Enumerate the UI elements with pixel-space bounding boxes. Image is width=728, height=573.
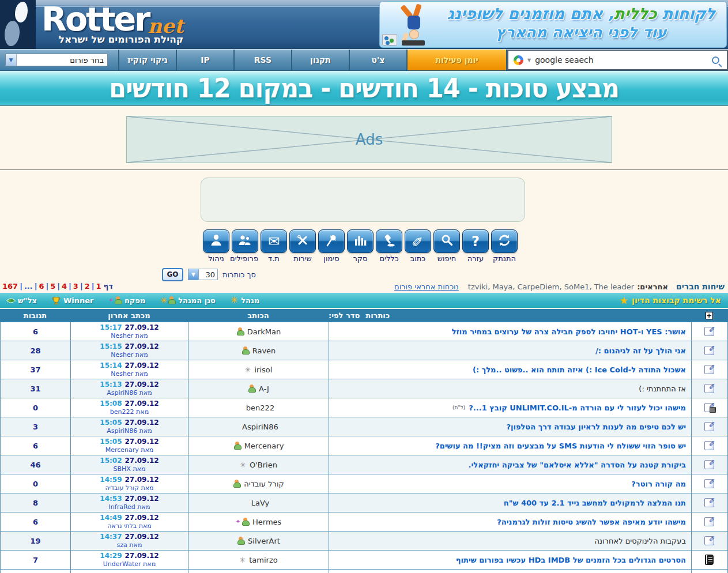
reply-action-cell[interactable] [691,455,726,474]
page-link[interactable]: 4 [62,282,67,291]
author-cell[interactable] [188,570,329,573]
page-link[interactable]: 6 [39,282,44,291]
last-message-author-link[interactable]: מאת sza [117,541,142,549]
author-name[interactable]: Hermes [252,518,281,526]
last-message-author-link[interactable]: מאת Mercenary [105,446,154,454]
thread-title-cell[interactable]: תנו המלצה לרמקולים למחשב נייד 2.1 עד 400… [329,493,691,512]
toolbar-button-magnifier[interactable] [433,229,460,253]
thread-title-cell[interactable]: אז התחתנתי :) [329,379,691,398]
author-cell[interactable]: LaVy [188,493,329,512]
thread-title-link[interactable]: הסרטים הגדולים בכל הזמנים של IMDB בHD עכ… [456,556,686,564]
author-cell[interactable]: ✳ O'Brien [188,455,329,474]
author-name[interactable]: Mercenary [244,442,284,450]
thread-title-link[interactable]: יש סופר הזוי ששולח לי הודעות SMS על מבצע… [435,442,686,450]
author-name[interactable]: O'Brien [250,461,277,469]
member-chats-link[interactable]: שיחות חברים [676,282,725,291]
nav-tab[interactable]: יומן פעילות [406,50,507,70]
promo-banner[interactable]: מבצע סוכות - 14 חודשים - במקום 12 חודשים [0,71,728,105]
per-page-select[interactable]: ▼ 30 [188,269,218,280]
toolbar-button-question[interactable]: ? [462,229,489,253]
page-link[interactable]: 3 [73,282,78,291]
last-message-author-link[interactable]: מאת ben222 [110,408,149,416]
author-cell[interactable]: Mercenary [188,436,329,455]
thread-title-cell[interactable]: מה קורה רוטר? [329,474,691,493]
author-cell[interactable]: AspiriN86 [188,417,329,436]
last-message-author-link[interactable]: מאת Nesher [111,351,148,359]
thread-title-link[interactable]: יש לכם טיפים מה לענות לראיון עבודה דרך ה… [506,423,686,431]
google-search-box[interactable]: ▼ [507,50,728,70]
toolbar-button-profiles[interactable] [232,229,258,253]
discussion-groups-link[interactable]: ★ אל רשימת קבוצות הדיון [620,295,721,306]
page-link[interactable]: 1 [96,282,101,291]
last-message-author-link[interactable]: מאת UnderWater [103,560,156,568]
reply-action-cell[interactable] [691,417,726,436]
author-name[interactable]: AspiriN86 [242,423,278,431]
reply-action-cell[interactable] [691,322,726,341]
thread-title-link[interactable]: בעקבות הלינוקסים לאחרונה [594,537,686,545]
moderator-presence-link[interactable]: נוכחות אחראי פורום [394,282,459,291]
chevron-down-icon[interactable]: ▼ [188,269,199,280]
author-cell[interactable]: ben222 [188,398,329,417]
thread-title-cell[interactable]: אושר: YES ו-HOT יחויבו לספק חבילה צרה של… [329,322,691,341]
legend-item[interactable]: ✳מנהל [231,296,260,305]
legend-item[interactable]: צל"ש [7,296,37,305]
nav-tab[interactable]: צ'ט [349,50,406,70]
toolbar-button-gavel[interactable] [376,229,402,253]
reply-action-cell[interactable] [691,436,726,455]
author-name[interactable]: ben222 [246,404,274,412]
reply-action-cell[interactable] [691,398,726,417]
toolbar-button-tools[interactable] [289,229,316,253]
col-header-last-message[interactable]: מכתב אחרון [70,311,188,320]
go-button[interactable]: GO [162,268,183,281]
author-name[interactable]: קורל עובדיה [244,480,284,488]
thread-title-link[interactable]: תנו המלצה לרמקולים למחשב נייד 2.1 עד 400… [504,499,686,507]
nav-tab[interactable]: IP [176,50,233,70]
toolbar-button-manage-person[interactable] [203,229,229,253]
thread-title-cell[interactable]: יש לכם טיפים מה לענות לראיון עבודה דרך ה… [329,417,691,436]
author-cell[interactable]: SilverArt [188,531,329,550]
reply-action-cell[interactable] [691,551,726,569]
toolbar-button-mailbox[interactable]: ✉ [261,229,287,253]
legend-item[interactable]: Winner [52,296,94,305]
site-logo[interactable]: Rotternet קהילת הפורומים של ישראל [42,0,183,45]
thread-title-cell[interactable]: אשכול התודה ל-Ice Cold :) איזה תותח הוא … [329,360,691,379]
reply-action-cell[interactable] [691,474,726,493]
reply-action-cell[interactable] [691,493,726,512]
toolbar-button-poll-chart[interactable] [347,229,374,253]
author-cell[interactable]: ✳ tamirzo [188,551,329,569]
nav-tab[interactable]: תקנון [291,50,349,70]
thread-title-cell[interactable]: ביקורת קטנה על הסדרה "אללא איסלאם" של צב… [329,455,691,474]
legend-item[interactable]: ✳סגן המנהל [160,296,215,305]
forum-select[interactable]: ▼ בחר פורום [5,54,108,66]
last-message-author-link[interactable]: מאת AspiriN86 [107,427,152,435]
reply-action-cell[interactable] [691,360,726,379]
author-cell[interactable]: קורל עובדיה [188,474,329,493]
legend-item[interactable]: ✦מפקח [109,296,146,305]
author-name[interactable]: LaVy [251,499,269,507]
author-name[interactable]: SilverArt [248,537,280,545]
thread-title-link[interactable]: אושר: YES ו-HOT יחויבו לספק חבילה צרה של… [452,327,686,336]
chevron-down-icon[interactable]: ▼ [6,54,17,66]
search-input[interactable] [535,55,708,65]
thread-title-cell[interactable]: מישהו יכול לעזור לי עם הורדה מ-UNLIMIT.C… [329,398,691,417]
last-message-author-link[interactable]: מאת AspiriN86 [107,389,152,397]
thread-title-cell[interactable] [329,570,691,573]
col-header-author[interactable]: הכותב [188,311,329,320]
author-name[interactable]: irisol [254,365,272,374]
author-cell[interactable]: A-J [188,379,329,398]
top-banner-ad[interactable]: לקוחות כללית, אתם מוזמנים לשופינג עוד לפ… [379,1,727,48]
nav-tab[interactable]: RSS [233,50,291,70]
thread-title-link[interactable]: אשכול התודה ל-Ice Cold :) איזה תותח הוא … [473,365,686,374]
thread-title-link[interactable]: ביקורת קטנה על הסדרה "אללא איסלאם" של צב… [469,461,686,469]
author-name[interactable]: Raven [252,346,276,355]
thread-title-cell[interactable]: הסרטים הגדולים בכל הזמנים של IMDB בHD עכ… [329,551,691,569]
reply-action-cell[interactable] [691,531,726,550]
nav-tab[interactable]: ניקוי קוקיז [118,50,176,70]
author-cell[interactable]: DarkMan [188,322,329,341]
reply-action-cell[interactable] [691,570,726,573]
chevron-down-icon[interactable]: ▼ [527,58,531,63]
page-link[interactable]: 5 [50,282,55,291]
author-cell[interactable]: ✦ Hermes [188,512,329,531]
thread-title-link[interactable]: אז התחתנתי :) [639,384,686,393]
reply-action-cell[interactable] [691,512,726,531]
